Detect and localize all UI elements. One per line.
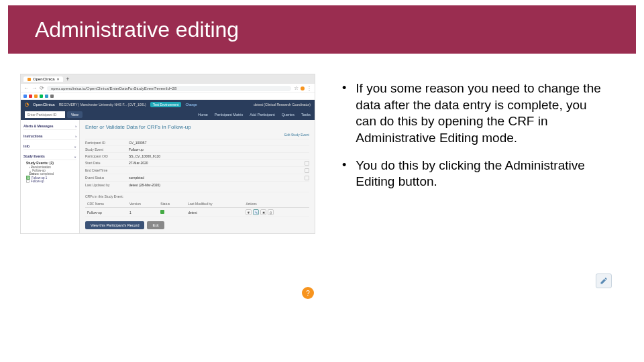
edit-icon[interactable] — [305, 161, 309, 166]
cell-crf-name: Follow-up — [85, 208, 127, 217]
label-study-event: Study Event — [85, 147, 129, 152]
page-title: Enter or Validate Data for CRFs in Follo… — [85, 124, 309, 130]
main-panel: Enter or Validate Data for CRFs in Follo… — [80, 120, 315, 233]
print-crf-icon[interactable]: ⎙ — [268, 209, 274, 215]
exit-button[interactable]: Exit — [147, 221, 164, 229]
user-role[interactable]: detest (Clinical Research Coordinator) — [254, 103, 311, 107]
browser-toolbar: ← → ⟳ npeu.openclinica.io/OpenClinica/En… — [21, 84, 315, 93]
browser-window: OpenClinica × + ← → ⟳ npeu.openclinica.i… — [20, 74, 315, 234]
col-status: Status — [158, 200, 186, 208]
url-bar[interactable]: npeu.openclinica.io/OpenClinica/EnterDat… — [47, 86, 291, 91]
tab-close-icon[interactable]: × — [57, 77, 60, 81]
reload-icon[interactable]: ⟳ — [40, 85, 44, 91]
empty-icon — [26, 180, 30, 183]
crf-table: CRF Name Version Status Last Modified by… — [85, 200, 309, 217]
value-participant-oid: SS_CV_10000_9110 — [129, 154, 309, 158]
chevron-down-icon: ⌄ — [74, 154, 76, 158]
value-participant-id: CV_100057 — [129, 141, 309, 145]
label-participant-oid: Participant OID — [85, 154, 129, 158]
screenshot: OpenClinica × + ← → ⟳ npeu.openclinica.i… — [20, 74, 315, 302]
value-study-event: Follow-up — [129, 147, 309, 152]
nav-home[interactable]: Home — [198, 113, 208, 117]
nav-tasks[interactable]: Tasks — [301, 113, 311, 117]
new-tab-icon[interactable]: + — [66, 76, 69, 82]
study-info: RECOVERY | Manchester University NHS F..… — [59, 103, 146, 107]
crf-followup[interactable]: Follow-up — [23, 180, 76, 183]
forward-icon[interactable]: → — [32, 85, 37, 91]
admin-edit-icon[interactable]: ✎ — [253, 209, 259, 215]
chevron-right-icon: › — [75, 134, 76, 138]
profile-icon[interactable] — [301, 86, 305, 90]
participant-id-input[interactable] — [25, 111, 65, 118]
bookmark-icon[interactable] — [50, 95, 54, 98]
cell-status — [158, 208, 186, 217]
view-button[interactable]: View — [67, 111, 83, 118]
nav-add-participant[interactable]: Add Participant — [250, 113, 274, 117]
value-start-date: 27-Mar-2020 — [129, 161, 305, 165]
cell-modified-by: detest — [186, 208, 244, 217]
crf-section-title: CRFs in this Study Event: — [85, 192, 309, 198]
cell-version: 1 — [127, 208, 158, 217]
value-last-updated-by: detest (28-Mar-2020) — [129, 183, 309, 187]
view-participant-record-button[interactable]: View this Participant's Record — [85, 221, 144, 229]
back-icon[interactable]: ← — [23, 85, 29, 91]
table-row: Follow-up 1 detest 👁 ✎ ✖ ⎙ — [85, 208, 309, 217]
sidebar-instructions[interactable]: Instructions› — [23, 133, 76, 140]
view-crf-icon[interactable]: 👁 — [246, 209, 252, 215]
bookmark-icon[interactable] — [23, 95, 27, 98]
bookmark-icon[interactable] — [29, 95, 32, 98]
app-body: Alerts & Messages› Instructions› Info⌄ S… — [21, 120, 315, 233]
value-event-status: completed — [129, 176, 305, 180]
app-header: ◔ OpenClinica RECOVERY | Manchester Univ… — [21, 100, 315, 109]
bullet-list: If you some reason you need to change th… — [315, 74, 624, 342]
bookmark-icon[interactable] — [34, 95, 38, 98]
slide-title: Administrative editing — [35, 17, 239, 42]
bookmark-icon[interactable] — [45, 95, 48, 98]
col-actions: Actions — [244, 200, 309, 208]
label-participant-id: Participant ID — [85, 141, 129, 145]
app-logo-icon: ◔ — [25, 102, 29, 107]
bullet-item: You do this by clicking the Administrati… — [342, 158, 610, 190]
nav-participant-matrix[interactable]: Participant Matrix — [215, 113, 244, 117]
env-badge: Test Environment — [150, 102, 182, 107]
menu-icon[interactable]: ⋮ — [307, 85, 312, 91]
label-end-date: End Date/Time — [85, 168, 129, 172]
app-name: OpenClinica — [33, 103, 55, 107]
edit-icon[interactable] — [305, 168, 309, 173]
label-start-date: Start Date — [85, 161, 129, 165]
label-event-status: Event Status — [85, 176, 129, 180]
sidebar-info[interactable]: Info⌄ — [23, 143, 76, 150]
tab-favicon — [28, 78, 31, 81]
pencil-icon — [600, 277, 608, 285]
sidebar-alerts[interactable]: Alerts & Messages› — [23, 123, 76, 130]
sidebar: Alerts & Messages› Instructions› Info⌄ S… — [21, 120, 80, 233]
title-bar: Administrative editing — [8, 5, 636, 54]
browser-tab-strip: OpenClinica × + — [21, 74, 315, 84]
content-row: OpenClinica × + ← → ⟳ npeu.openclinica.i… — [20, 74, 624, 342]
col-version: Version — [127, 200, 158, 208]
chevron-right-icon: › — [75, 124, 76, 128]
col-crf-name: CRF Name — [85, 200, 127, 208]
help-icon[interactable]: ? — [302, 287, 314, 299]
admin-editing-button-callout — [596, 274, 612, 288]
tab-title: OpenClinica — [33, 77, 55, 81]
star-icon[interactable]: ☆ — [294, 85, 299, 91]
edit-study-event-link[interactable]: Edit Study Event — [85, 133, 309, 137]
nav-queries[interactable]: Queries — [282, 113, 294, 117]
label-last-updated-by: Last Updated by — [85, 183, 129, 187]
actions-cell: 👁 ✎ ✖ ⎙ — [246, 209, 307, 215]
bookmark-icon[interactable] — [40, 95, 43, 98]
chevron-down-icon: ⌄ — [74, 144, 76, 148]
nav-row: View Home Participant Matrix Add Partici… — [21, 109, 315, 120]
change-link[interactable]: Change — [185, 103, 197, 107]
sidebar-study-events[interactable]: Study Events⌄ — [23, 153, 76, 160]
bookmark-bar — [21, 93, 315, 100]
status-complete-icon — [160, 210, 164, 214]
bullet-item: If you some reason you need to change th… — [342, 80, 610, 147]
browser-tab[interactable]: OpenClinica × — [23, 76, 63, 82]
edit-icon[interactable] — [305, 176, 309, 180]
remove-crf-icon[interactable]: ✖ — [260, 209, 266, 215]
col-modified-by: Last Modified by — [186, 200, 244, 208]
events-count: Study Events: (2) — [23, 160, 76, 166]
